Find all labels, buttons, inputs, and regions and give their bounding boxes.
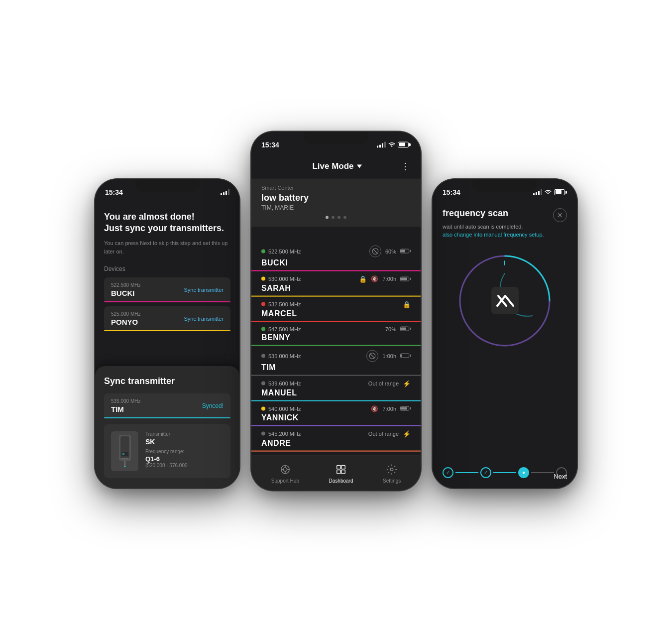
freq-tim: 535.000 MHz bbox=[268, 353, 301, 359]
out-of-range-andre: Out of range bbox=[368, 431, 399, 437]
name-bucki: BUCKI bbox=[261, 258, 411, 267]
transmitter-value: SK bbox=[145, 438, 188, 446]
battery-tim bbox=[400, 354, 411, 358]
channel-yannick[interactable]: 540.000 MHz 🔇 7:00h YANNI bbox=[251, 401, 421, 426]
signal-center bbox=[377, 141, 386, 147]
smart-center-label: Smart Center bbox=[261, 184, 411, 190]
ch-right-benny: 70% bbox=[385, 326, 411, 332]
status-icons-center bbox=[377, 141, 411, 148]
channel-bucki[interactable]: 522.500 MHz 60% bbox=[251, 241, 421, 271]
status-dot-tim bbox=[261, 354, 265, 358]
live-mode-label: Live Mode bbox=[312, 161, 353, 171]
left-subtitle: You can press Next to skip this step and… bbox=[104, 239, 230, 255]
freq-sarah: 530.000 MHz bbox=[268, 276, 301, 282]
bottom-nav: Support Hub Dashboard bbox=[251, 455, 421, 490]
time-sarah: 7:00h bbox=[382, 276, 396, 282]
battery-pct-bucki: 60% bbox=[385, 248, 396, 254]
time-yannick: 7:00h bbox=[382, 405, 396, 411]
battery-icon-center bbox=[398, 141, 411, 147]
notch-left bbox=[135, 179, 200, 192]
device-name-ponyo: PONYO bbox=[111, 318, 140, 326]
step-2: ✓ bbox=[480, 467, 491, 478]
phone-left: 15:34 You are almost done!Just sync your… bbox=[95, 179, 239, 488]
channel-sarah[interactable]: 530.000 MHz 🔒 🔇 7:00h bbox=[251, 271, 421, 296]
phone-right: 15:34 ✕ bbox=[433, 179, 577, 488]
device-info-ponyo: 525.000 MHz PONYO bbox=[111, 311, 140, 326]
nav-settings[interactable]: Settings bbox=[383, 463, 401, 483]
transmitter-info: Transmitter SK Frequency range: Q1-6 (52… bbox=[145, 431, 188, 469]
freq-range-value: Q1-6 bbox=[145, 455, 188, 463]
channel-benny[interactable]: 547.500 MHz 70% BENNY bbox=[251, 322, 421, 346]
svg-rect-20 bbox=[341, 470, 345, 473]
banner-dot-3[interactable] bbox=[337, 216, 340, 219]
device-freq-bucki: 522.500 MHz bbox=[111, 282, 140, 288]
sennheiser-logo bbox=[490, 286, 520, 316]
sync-device-name-tim: TIM bbox=[111, 405, 140, 413]
center-header: Live Mode ⋮ bbox=[251, 153, 421, 178]
settings-icon bbox=[385, 463, 398, 476]
channel-andre[interactable]: 545.200 MHz Out of range ⚡ ANDRE bbox=[251, 426, 421, 451]
signal-right bbox=[533, 189, 542, 195]
freq-scan-section: frequency scan wait until auto scan is c… bbox=[443, 208, 547, 239]
smart-center-title: low battery bbox=[261, 192, 411, 203]
status-icons-right bbox=[533, 189, 567, 196]
banner-dot-2[interactable] bbox=[332, 216, 335, 219]
support-hub-label: Support Hub bbox=[271, 478, 299, 483]
svg-point-12 bbox=[283, 467, 287, 471]
signal-left bbox=[221, 189, 229, 195]
ch-right-yannick: 🔇 7:00h bbox=[371, 405, 411, 412]
name-andre: ANDRE bbox=[261, 438, 411, 447]
channel-marcel[interactable]: 532.500 MHz 🔒 MARCEL bbox=[251, 296, 421, 322]
battery-benny bbox=[400, 327, 411, 331]
freq-scan-title: frequency scan bbox=[443, 208, 547, 219]
nav-support-hub[interactable]: Support Hub bbox=[271, 463, 299, 483]
bluetooth-icon-andre: ⚡ bbox=[403, 430, 411, 437]
battery-bucki bbox=[400, 249, 411, 254]
svg-rect-6 bbox=[122, 453, 124, 455]
name-manuel: MANUEL bbox=[261, 388, 411, 397]
sync-device-tim: 535.000 MHz TIM Synced! bbox=[104, 393, 230, 418]
transmitter-image bbox=[111, 431, 138, 471]
out-of-range-manuel: Out of range bbox=[368, 381, 399, 386]
synced-label: Synced! bbox=[202, 402, 224, 409]
channel-tim[interactable]: 535.000 MHz 1:00h bbox=[251, 346, 421, 376]
status-dot-bucki bbox=[261, 249, 265, 253]
nav-dashboard[interactable]: Dashboard bbox=[329, 463, 353, 483]
sync-btn-ponyo[interactable]: Sync transmitter bbox=[184, 316, 224, 322]
wifi-icon-center bbox=[388, 141, 395, 148]
channel-manuel[interactable]: 539.600 MHz Out of range ⚡ MANUEL bbox=[251, 376, 421, 401]
close-button[interactable]: ✕ bbox=[553, 208, 567, 222]
phone-center: 15:34 bbox=[251, 131, 421, 490]
sync-modal: Sync transmitter 535.000 MHz TIM Synced! bbox=[95, 366, 239, 488]
devices-label: Devices bbox=[104, 265, 230, 272]
name-sarah: SARAH bbox=[261, 283, 411, 292]
lock-icon-sarah: 🔒 bbox=[359, 275, 367, 282]
more-options-icon[interactable]: ⋮ bbox=[401, 160, 411, 171]
dropdown-arrow-icon[interactable] bbox=[357, 165, 362, 168]
freq-andre: 545.200 MHz bbox=[268, 431, 301, 437]
device-row-ponyo: 525.000 MHz PONYO Sync transmitter bbox=[104, 306, 230, 331]
settings-label: Settings bbox=[383, 478, 401, 483]
next-button[interactable]: Next bbox=[554, 473, 567, 480]
transmitter-card: Transmitter SK Frequency range: Q1-6 (52… bbox=[104, 424, 230, 478]
wifi-icon-right bbox=[545, 189, 552, 196]
status-dot-marcel bbox=[261, 302, 265, 306]
banner-dot-1[interactable] bbox=[326, 216, 329, 219]
device-row-bucki: 522.500 MHz BUCKI Sync transmitter bbox=[104, 277, 230, 302]
step-line-3 bbox=[531, 472, 554, 473]
mute-icon-bucki bbox=[369, 245, 381, 257]
svg-rect-23 bbox=[491, 287, 519, 314]
step-1: ✓ bbox=[443, 467, 453, 478]
name-yannick: YANNICK bbox=[261, 413, 411, 422]
battery-icon-right bbox=[554, 189, 567, 195]
freq-scan-link[interactable]: also change into manual frequency setup. bbox=[443, 232, 544, 238]
sync-modal-title: Sync transmitter bbox=[104, 376, 230, 386]
left-content: You are almost done!Just sync your trans… bbox=[95, 201, 239, 346]
name-benny: BENNY bbox=[261, 333, 411, 342]
status-dot-sarah bbox=[261, 277, 265, 281]
banner-dot-4[interactable] bbox=[343, 216, 346, 219]
ch-right-sarah: 🔒 🔇 7:00h bbox=[359, 275, 411, 282]
ch-right-marcel: 🔒 bbox=[403, 300, 411, 308]
sync-btn-bucki[interactable]: Sync transmitter bbox=[184, 287, 224, 293]
freq-scan-desc: wait until auto scan is completed. also … bbox=[443, 223, 547, 239]
